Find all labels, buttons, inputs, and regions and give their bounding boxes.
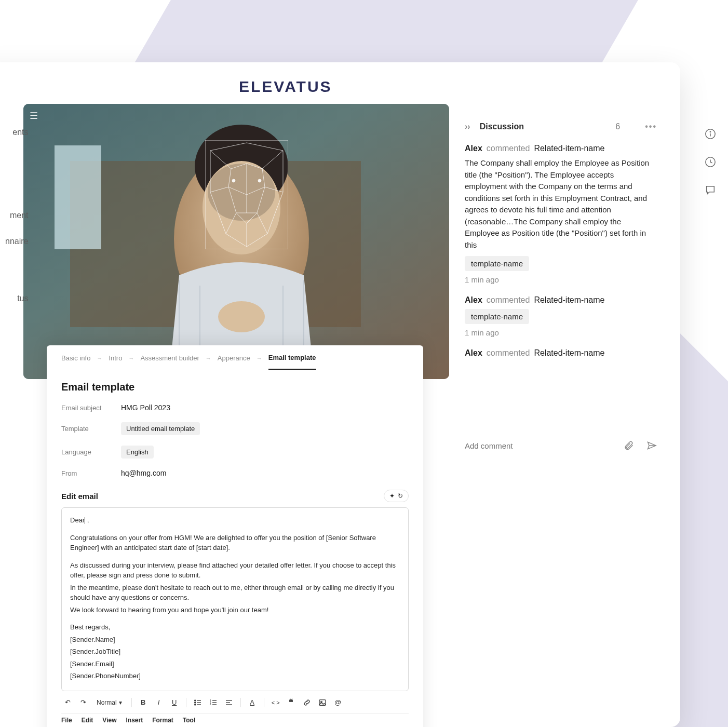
candidate-photo: ☰ <box>23 104 449 379</box>
italic-icon[interactable]: I <box>153 696 165 709</box>
email-editor[interactable]: Dear , Congratulations on your offer fro… <box>61 507 409 691</box>
breadcrumb: Basic info → Intro → Assessment builder … <box>47 345 423 371</box>
redo-icon[interactable]: ↷ <box>77 696 89 709</box>
nav-item[interactable]: tus <box>0 286 33 312</box>
clock-icon[interactable] <box>703 155 718 169</box>
number-list-icon[interactable]: 123 <box>207 696 220 709</box>
editor-sig: [Sender.JobTitle] <box>70 647 400 657</box>
breadcrumb-step[interactable]: Apperance <box>218 354 250 362</box>
comment-body: The Company shall employ the Employee as… <box>465 157 657 251</box>
template-pill[interactable]: Untitled email template <box>121 422 200 435</box>
add-comment-input[interactable] <box>465 441 611 450</box>
breadcrumb-step[interactable]: Intro <box>109 354 122 362</box>
code-icon[interactable]: < > <box>269 696 282 709</box>
svg-point-9 <box>232 179 235 182</box>
ai-toggle[interactable]: ✦ ↻ <box>384 490 409 502</box>
comment-related[interactable]: Related-item-name <box>534 144 604 153</box>
edit-head: Edit email ✦ ↻ <box>47 482 423 507</box>
info-icon[interactable] <box>703 127 718 141</box>
discussion-count: 6 <box>615 122 620 131</box>
chevron-down-icon: ▾ <box>119 699 122 706</box>
field-row: Template Untitled email template <box>47 417 423 440</box>
chevron-right-icon: → <box>128 355 134 361</box>
menu-format[interactable]: Format <box>152 717 173 724</box>
nav-spacer <box>0 145 33 203</box>
editor-greeting: Dear <box>70 516 85 524</box>
menu-view[interactable]: View <box>102 717 116 724</box>
style-select[interactable]: Normal ▾ <box>92 697 126 708</box>
sparkle-icon: ✦ <box>389 492 395 500</box>
underline-icon[interactable]: U <box>168 696 181 709</box>
svg-rect-30 <box>319 699 326 705</box>
editor-para: As discussed during your interview, plea… <box>70 560 400 581</box>
comment-icon[interactable] <box>703 183 718 197</box>
bold-icon[interactable]: B <box>137 696 150 709</box>
menu-insert[interactable]: Insert <box>126 717 143 724</box>
field-label: Language <box>61 448 121 456</box>
comment-tag[interactable]: template-name <box>465 309 529 324</box>
breadcrumb-step[interactable]: Basic info <box>61 354 90 362</box>
more-icon[interactable]: ••• <box>645 122 657 131</box>
svg-rect-2 <box>55 145 101 249</box>
face-mesh-overlay <box>205 140 288 249</box>
subject-value[interactable]: HMG Poll 2023 <box>121 403 170 412</box>
align-icon[interactable] <box>223 696 235 709</box>
nav-item[interactable]: nnaire <box>0 228 33 254</box>
comment-time: 1 min ago <box>465 275 657 284</box>
from-value[interactable]: hq@hmg.com <box>121 469 166 477</box>
refresh-icon: ↻ <box>398 492 403 500</box>
editor-para: In the meantime, please don't hesitate t… <box>70 583 400 603</box>
comment-item: Alex commented Related-item-name <box>465 341 657 366</box>
svg-point-19 <box>194 704 195 705</box>
comment-tag[interactable]: template-name <box>465 256 529 271</box>
comment-action: commented <box>487 295 530 305</box>
comment-author: Alex <box>465 348 482 358</box>
separator <box>131 698 132 707</box>
right-toolbar <box>703 127 718 197</box>
editor-para: We look forward to hearing from you and … <box>70 605 400 615</box>
send-icon[interactable] <box>646 440 657 451</box>
comment-related[interactable]: Related-item-name <box>534 295 604 305</box>
undo-icon[interactable]: ↶ <box>61 696 74 709</box>
comment-item: Alex commented Related-item-name templat… <box>465 288 657 341</box>
comment-related[interactable]: Related-item-name <box>534 348 604 358</box>
edit-title: Edit email <box>61 492 98 501</box>
link-icon[interactable] <box>301 696 313 709</box>
comment-action: commented <box>487 348 530 358</box>
discussion-panel: ›› Discussion 6 ••• Alex commented Relat… <box>465 117 657 366</box>
form-card: Basic info → Intro → Assessment builder … <box>47 345 423 727</box>
attachment-icon[interactable] <box>624 440 634 451</box>
field-row: Language English <box>47 440 423 464</box>
editor-sig: [Sender.PhoneNumber] <box>70 671 400 681</box>
svg-point-13 <box>710 131 710 132</box>
menu-tool[interactable]: Tool <box>183 717 195 724</box>
quote-icon[interactable]: ❝ <box>285 696 298 709</box>
menu-file[interactable]: File <box>61 717 72 724</box>
brand-logo: ELEVATUS <box>239 78 332 96</box>
field-row: Email subject HMG Poll 2023 <box>47 398 423 417</box>
collapse-icon[interactable]: ›› <box>465 122 470 131</box>
image-icon[interactable] <box>316 696 329 709</box>
comment-author: Alex <box>465 144 482 153</box>
comment-action: commented <box>487 144 530 153</box>
breadcrumb-step[interactable]: Assessment builder <box>140 354 199 362</box>
svg-point-15 <box>194 700 195 701</box>
nav-item[interactable]: ment <box>0 203 33 228</box>
field-row: From hq@hmg.com <box>47 464 423 482</box>
separator <box>240 698 241 707</box>
menu-edit[interactable]: Edit <box>82 717 93 724</box>
separator <box>186 698 186 707</box>
separator <box>264 698 264 707</box>
text-color-icon[interactable]: A <box>246 696 259 709</box>
mention-icon[interactable]: @ <box>332 696 344 709</box>
section-title: Email template <box>47 371 423 398</box>
field-label: From <box>61 469 121 477</box>
language-pill[interactable]: English <box>121 446 154 459</box>
nav-item[interactable]: ents <box>0 119 33 145</box>
breadcrumb-step-active[interactable]: Email template <box>268 354 316 370</box>
bullet-list-icon[interactable] <box>192 696 204 709</box>
editor-sig: [Sender.Name] <box>70 635 400 645</box>
comment-item: Alex commented Related-item-name The Com… <box>465 137 657 288</box>
chevron-right-icon: → <box>97 355 102 361</box>
add-comment-row <box>465 436 657 455</box>
